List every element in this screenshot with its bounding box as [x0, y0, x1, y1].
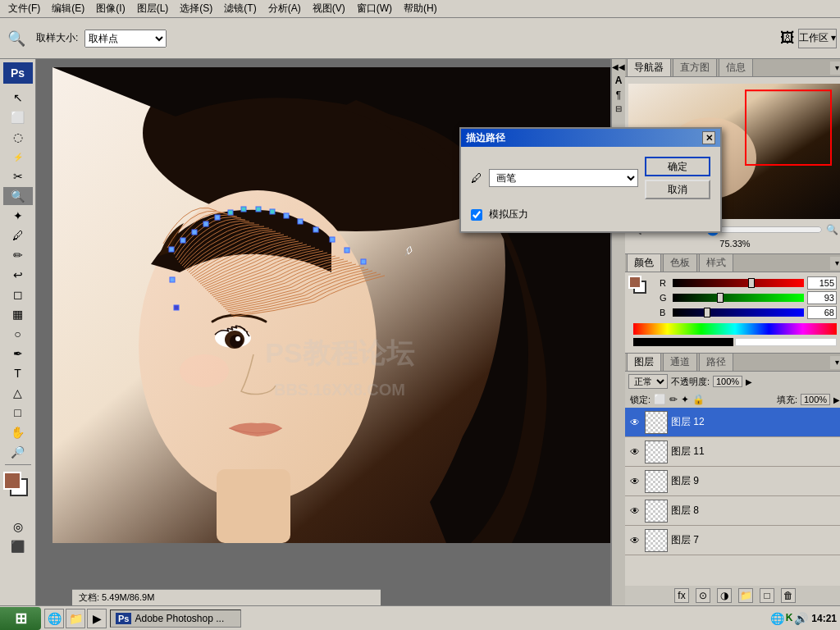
taskbar-folder-icon[interactable]: 📁 [66, 609, 85, 628]
dialog-ok-button[interactable]: 确定 [645, 157, 710, 176]
tab-paths[interactable]: 路径 [699, 353, 733, 371]
dodge-tool[interactable]: ○ [3, 325, 33, 343]
r-slider-track[interactable] [673, 279, 804, 287]
type-tool[interactable]: T [3, 364, 33, 382]
quick-mask-icon[interactable]: ◎ [3, 518, 33, 536]
menu-item-view[interactable]: 视图(V) [308, 0, 350, 17]
layer-visibility-toggle[interactable]: 👁 [628, 504, 641, 518]
r-value-input[interactable] [807, 276, 837, 290]
g-slider-track[interactable] [673, 294, 804, 302]
panel-icon-a[interactable]: A [615, 75, 623, 86]
menu-item-layer[interactable]: 图层(L) [132, 0, 174, 17]
eyedropper-tool[interactable]: 🔍 [3, 187, 33, 205]
color-swatches[interactable] [3, 472, 33, 496]
tray-kaspersky-icon[interactable]: K [786, 612, 793, 625]
tray-network-icon[interactable]: 🌐 [770, 612, 784, 625]
layer-new-button[interactable]: □ [760, 588, 774, 603]
tab-info[interactable]: 信息 [719, 58, 753, 76]
opacity-arrow-btn[interactable]: ▶ [746, 377, 752, 386]
marquee-tool[interactable]: ⬜ [3, 108, 33, 126]
layer-blend-mode[interactable]: 正常 [628, 374, 668, 389]
lasso-tool[interactable]: ◌ [3, 128, 33, 146]
tab-color[interactable]: 颜色 [627, 253, 661, 272]
dialog-close-button[interactable]: ✕ [702, 131, 715, 144]
navigator-menu-btn[interactable]: ▾ [830, 62, 840, 75]
tab-navigator[interactable]: 导航器 [627, 58, 671, 76]
lock-all-icon[interactable]: 🔒 [692, 394, 705, 405]
taskbar-media-icon[interactable]: ▶ [87, 609, 107, 628]
eraser-tool[interactable]: ◻ [3, 285, 33, 304]
panel-dock-icon[interactable]: ◀◀ [612, 62, 625, 71]
layer-item[interactable]: 👁 图层 7 [625, 526, 840, 555]
tab-styles[interactable]: 样式 [699, 253, 733, 272]
opacity-input[interactable] [713, 376, 742, 387]
layer-item[interactable]: 👁 图层 12 [625, 408, 840, 437]
start-button[interactable]: ⊞ [0, 607, 41, 630]
clone-tool[interactable]: ✏ [3, 246, 33, 264]
lock-transparency-icon[interactable]: ⬜ [654, 394, 666, 405]
zoom-tool[interactable]: 🔎 [3, 443, 33, 461]
tab-swatches[interactable]: 色板 [663, 253, 697, 272]
r-slider-thumb[interactable] [748, 278, 755, 288]
lock-position-icon[interactable]: ✦ [681, 394, 689, 405]
black-swatch[interactable] [633, 338, 733, 346]
layer-item[interactable]: 👁 图层 11 [625, 437, 840, 467]
tab-layers[interactable]: 图层 [627, 353, 661, 371]
layers-menu-btn[interactable]: ▾ [830, 356, 840, 369]
layer-item[interactable]: 👁 图层 8 [625, 496, 840, 526]
panel-icon-layers[interactable]: ⊟ [615, 104, 622, 113]
menu-item-analysis[interactable]: 分析(A) [263, 0, 306, 17]
b-slider-thumb[interactable] [704, 308, 710, 317]
layer-group-button[interactable]: 📁 [738, 588, 753, 603]
layer-mask-button[interactable]: ⊙ [696, 588, 710, 603]
layer-visibility-toggle[interactable]: 👁 [628, 534, 641, 547]
b-slider-track[interactable] [673, 308, 804, 317]
layer-visibility-toggle[interactable]: 👁 [628, 416, 641, 429]
simulate-pressure-checkbox[interactable] [471, 209, 482, 221]
dialog-title-bar[interactable]: 描边路径 ✕ [461, 129, 720, 147]
layer-fx-button[interactable]: fx [674, 588, 689, 603]
b-value-input[interactable] [807, 306, 837, 319]
taskbar-photoshop-app[interactable]: Ps Adobe Photoshop ... [110, 609, 241, 628]
layer-item[interactable]: 👁 图层 9 [625, 467, 840, 496]
path-tool[interactable]: △ [3, 384, 33, 402]
g-slider-thumb[interactable] [717, 293, 724, 303]
move-tool[interactable]: ↖ [3, 89, 33, 107]
tab-channels[interactable]: 通道 [663, 353, 697, 371]
menu-item-filter[interactable]: 滤镜(T) [219, 0, 261, 17]
tray-volume-icon[interactable]: 🔊 [794, 612, 808, 625]
layer-visibility-toggle[interactable]: 👁 [628, 445, 641, 459]
dialog-cancel-button[interactable]: 取消 [645, 180, 710, 199]
brush-tool[interactable]: 🖊 [3, 226, 33, 244]
menu-item-edit[interactable]: 编辑(E) [47, 0, 89, 17]
crop-tool[interactable]: ✂ [3, 167, 33, 185]
panel-icon-para[interactable]: ¶ [616, 89, 621, 101]
menu-item-window[interactable]: 窗口(W) [352, 0, 397, 17]
color-swatches-small[interactable] [628, 276, 646, 294]
stroke-tool-select[interactable]: 画笔 [489, 169, 638, 187]
healing-tool[interactable]: ✦ [3, 207, 33, 225]
white-swatch[interactable] [735, 338, 837, 346]
color-spectrum-bar[interactable] [633, 323, 837, 335]
screen-mode-icon[interactable]: ⬛ [3, 537, 33, 555]
lock-pixels-icon[interactable]: ✏ [669, 394, 678, 405]
shape-tool[interactable]: □ [3, 404, 33, 422]
tab-histogram[interactable]: 直方图 [673, 58, 717, 76]
quick-select-tool[interactable]: ⚡ [3, 148, 33, 166]
fill-arrow-btn[interactable]: ▶ [833, 395, 840, 404]
hand-tool[interactable]: ✋ [3, 423, 33, 441]
history-tool[interactable]: ↩ [3, 266, 33, 284]
layer-visibility-toggle[interactable]: 👁 [628, 475, 641, 488]
menu-item-select[interactable]: 选择(S) [175, 0, 217, 17]
fill-input[interactable] [801, 394, 830, 405]
pen-tool[interactable]: ✒ [3, 345, 33, 363]
menu-item-image[interactable]: 图像(I) [91, 0, 130, 17]
layer-delete-button[interactable]: 🗑 [781, 588, 796, 603]
menu-item-help[interactable]: 帮助(H) [399, 0, 442, 17]
foreground-color[interactable] [3, 472, 21, 490]
taskbar-ie-icon[interactable]: 🌐 [44, 609, 64, 628]
g-value-input[interactable] [807, 291, 837, 304]
workspace-button[interactable]: 工作区 ▾ [798, 29, 837, 48]
menu-item-file[interactable]: 文件(F) [3, 0, 45, 17]
sample-size-select[interactable]: 取样点 [84, 30, 167, 48]
